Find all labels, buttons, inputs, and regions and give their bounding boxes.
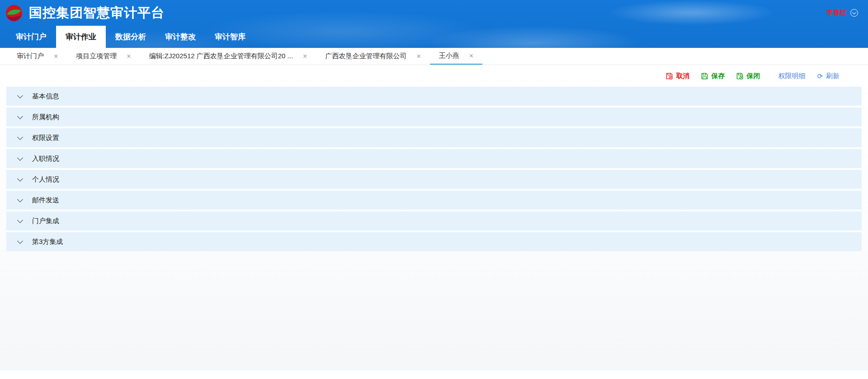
app-window: 国控集团智慧审计平台 李春红 审计门户 审计作业 数据分析 审计整改 审计智库 … xyxy=(0,0,868,379)
toolbar: 取消 保存 保闭 权限明细 xyxy=(0,65,868,87)
app-header: 国控集团智慧审计平台 李春红 xyxy=(0,0,868,26)
accordion-section-portal-integration[interactable]: 门户集成 xyxy=(6,211,862,230)
doc-tab-audit-portal[interactable]: 审计门户 × xyxy=(8,48,67,65)
user-name[interactable]: 李春红 xyxy=(826,9,847,17)
chevron-down-icon xyxy=(17,176,23,182)
cancel-button[interactable]: 取消 xyxy=(666,72,689,80)
accordion-panel: 基本信息 所属机构 权限设置 入职情况 个人情况 邮件发送 xyxy=(0,87,868,253)
doc-tab-label: 广西农垦企业管理有限公司 xyxy=(325,52,406,61)
chevron-down-icon xyxy=(17,93,23,98)
accordion-section-onboarding[interactable]: 入职情况 xyxy=(6,149,862,168)
accordion-label: 门户集成 xyxy=(32,217,59,225)
permission-detail-label: 权限明细 xyxy=(778,72,805,80)
document-tab-bar: 审计门户 × 项目立项管理 × 编辑:ZJ202512 广西农垦企业管理有限公司… xyxy=(0,48,868,65)
nav-item-audit-work[interactable]: 审计作业 xyxy=(56,26,106,48)
doc-tab-company[interactable]: 广西农垦企业管理有限公司 × xyxy=(316,48,429,65)
main-nav: 审计门户 审计作业 数据分析 审计整改 审计智库 xyxy=(0,26,868,48)
save-close-button[interactable]: 保闭 xyxy=(736,72,760,80)
refresh-button[interactable]: ⟳ 刷新 xyxy=(817,72,840,80)
save-label: 保存 xyxy=(711,72,725,80)
close-icon[interactable]: × xyxy=(469,52,473,60)
doc-tab-wangxiaoyan[interactable]: 王小燕 × xyxy=(430,48,482,65)
user-menu-chevron-icon[interactable] xyxy=(850,9,858,17)
nav-item-audit-portal[interactable]: 审计门户 xyxy=(6,26,56,48)
doc-tab-label: 项目立项管理 xyxy=(76,52,117,61)
doc-tab-project-setup[interactable]: 项目立项管理 × xyxy=(67,48,140,65)
accordion-label: 邮件发送 xyxy=(32,196,59,205)
save-close-label: 保闭 xyxy=(746,72,760,80)
accordion-section-personal[interactable]: 个人情况 xyxy=(6,170,862,189)
close-icon[interactable]: × xyxy=(127,52,131,61)
accordion-label: 入职情况 xyxy=(32,154,59,163)
nav-item-audit-knowledge[interactable]: 审计智库 xyxy=(205,26,255,48)
chevron-down-icon xyxy=(17,113,23,119)
refresh-icon: ⟳ xyxy=(817,73,823,80)
accordion-label: 第3方集成 xyxy=(32,238,63,246)
accordion-section-basic-info[interactable]: 基本信息 xyxy=(6,87,862,106)
accordion-section-permissions[interactable]: 权限设置 xyxy=(6,128,862,147)
accordion-label: 权限设置 xyxy=(32,134,59,142)
company-logo-icon xyxy=(5,5,23,22)
close-icon[interactable]: × xyxy=(303,52,307,61)
refresh-label: 刷新 xyxy=(826,72,840,80)
content-area: 取消 保存 保闭 权限明细 xyxy=(0,65,868,370)
nav-item-data-analysis[interactable]: 数据分析 xyxy=(106,26,156,48)
cancel-label: 取消 xyxy=(676,72,689,80)
close-icon[interactable]: × xyxy=(54,52,58,61)
save-close-icon xyxy=(736,73,743,80)
close-icon[interactable]: × xyxy=(416,52,420,61)
chevron-down-icon xyxy=(17,134,23,140)
bottom-strip xyxy=(0,370,868,379)
chevron-down-icon xyxy=(17,238,23,244)
accordion-label: 基本信息 xyxy=(32,92,59,101)
top-band: 国控集团智慧审计平台 李春红 审计门户 审计作业 数据分析 审计整改 审计智库 xyxy=(0,0,868,48)
doc-tab-label: 编辑:ZJ202512 广西农垦企业管理有限公司20 ... xyxy=(149,52,293,61)
doc-tab-edit-zj202512[interactable]: 编辑:ZJ202512 广西农垦企业管理有限公司20 ... × xyxy=(140,48,316,65)
permission-detail-button[interactable]: 权限明细 xyxy=(778,72,805,80)
save-icon xyxy=(701,73,708,80)
chevron-down-icon xyxy=(17,217,23,223)
save-button[interactable]: 保存 xyxy=(701,72,725,80)
nav-item-audit-rectify[interactable]: 审计整改 xyxy=(156,26,205,48)
doc-tab-label: 王小燕 xyxy=(439,51,459,60)
doc-tab-label: 审计门户 xyxy=(17,52,44,61)
page-title: 国控集团智慧审计平台 xyxy=(29,4,165,22)
accordion-label: 个人情况 xyxy=(32,175,59,184)
save-cancel-icon xyxy=(666,73,673,80)
chevron-down-icon xyxy=(17,155,23,161)
accordion-section-thirdparty-integration[interactable]: 第3方集成 xyxy=(6,232,862,251)
accordion-label: 所属机构 xyxy=(32,113,59,122)
accordion-section-mail[interactable]: 邮件发送 xyxy=(6,191,862,210)
chevron-down-icon xyxy=(17,197,23,202)
accordion-section-organization[interactable]: 所属机构 xyxy=(6,108,862,126)
